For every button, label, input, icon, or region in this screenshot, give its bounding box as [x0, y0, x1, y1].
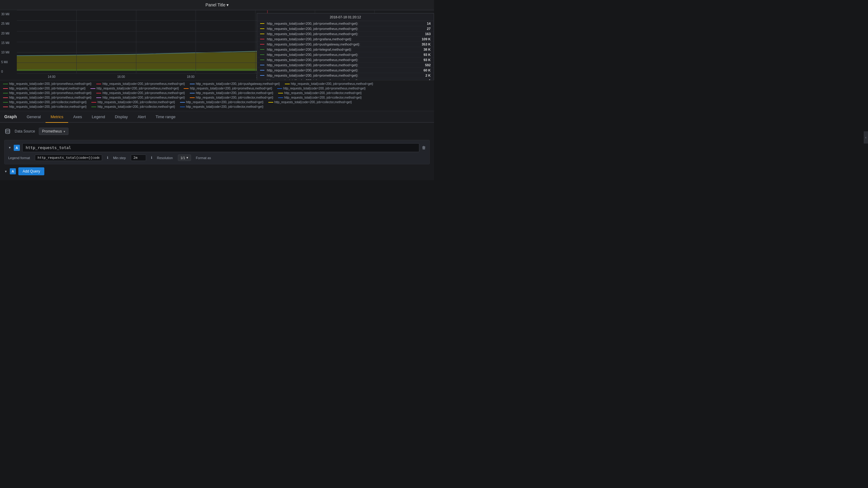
delete-query-icon[interactable]: 🗑	[422, 145, 426, 150]
tooltip-row: http_requests_total{code=200, job=promet…	[257, 31, 434, 37]
legend-item: http_requests_total{code=200, job=promet…	[3, 91, 91, 95]
y-label-25mil: 25 Mil	[1, 22, 15, 25]
query-letter: A	[14, 145, 20, 151]
legend-item: http_requests_total{code=200, job=collec…	[180, 100, 264, 104]
legend-item: http_requests_total{code=200, job=collec…	[268, 100, 352, 104]
panel-title: Panel Title	[206, 2, 225, 7]
x-label-1400: 14:00	[48, 75, 55, 78]
tooltip-row: http_requests_total{code=200, job=telegr…	[257, 47, 434, 52]
legend-item: http_requests_total{code=200, job=collec…	[3, 100, 87, 104]
y-label-10mil: 10 Mil	[1, 51, 15, 54]
tooltip-row: http_requests_total{code=200, job=grafan…	[257, 37, 434, 42]
legend-format-input[interactable]	[35, 155, 102, 161]
chart-tooltip: 2018-07-18 01:20:12 http_requests_total{…	[257, 13, 434, 80]
datasource-row: Data Source Prometheus ▾	[4, 128, 430, 135]
legend-format-info-icon[interactable]: ℹ	[107, 156, 108, 160]
query-options: Legend format ℹ Min step ℹ Resolution 1/…	[8, 155, 426, 161]
legend-item: http_requests_total{code=200, job=promet…	[277, 87, 366, 90]
tooltip-row: http_requests_total{code=200, job=promet…	[257, 73, 434, 78]
chart-container: 30 Mil 25 Mil 20 Mil 15 Mil 10 Mil 5 Mil…	[0, 10, 434, 80]
legend-item: http_requests_total{code=200, job=pushga…	[190, 82, 280, 86]
legend-item: http_requests_total{code=200, job=promet…	[3, 96, 91, 99]
datasource-value: Prometheus	[42, 129, 62, 133]
legend-item: http_requests_total{code=200, job=collec…	[3, 105, 87, 108]
x-label-1600: 16:00	[117, 75, 125, 78]
tooltip-row: http_requests_total{code=200, job=pushga…	[257, 42, 434, 47]
y-label-15mil: 15 Mil	[1, 41, 15, 44]
tooltip-row: http_requests_total{code=200, job=promet…	[257, 52, 434, 57]
tooltip-rows-container: http_requests_total{code=200, job=promet…	[257, 21, 434, 80]
resolution-value: 1/1	[181, 156, 185, 160]
tab-time-range[interactable]: Time range	[151, 111, 180, 123]
editor-body: Data Source Prometheus ▾ ▼ A 🗑 Legend fo…	[0, 123, 434, 180]
datasource-dropdown-arrow: ▾	[64, 130, 65, 133]
datasource-label: Data Source	[15, 129, 35, 133]
tab-general[interactable]: General	[22, 111, 45, 123]
legend-item: http_requests_total{code=200, job=collec…	[190, 96, 273, 99]
legend-item: http_requests_total{code=200, job=promet…	[96, 91, 185, 95]
tooltip-row: http_requests_total{code=200, job=promet…	[257, 21, 434, 26]
legend-item: http_requests_total{code=200, job=collec…	[91, 105, 175, 108]
legend-item: http_requests_total{code=200, job=promet…	[96, 82, 185, 86]
add-query-toggle[interactable]: ▼	[4, 170, 7, 173]
graph-label: Graph	[3, 111, 22, 122]
legend-area: http_requests_total{code=200, job=promet…	[0, 80, 434, 111]
legend-item: http_requests_total{code=200, job=promet…	[96, 96, 185, 99]
tab-metrics[interactable]: Metrics	[45, 111, 68, 123]
tooltip-row: http_requests_total{code=200, job=promet…	[257, 57, 434, 63]
tooltip-header: 2018-07-18 01:20:12	[257, 13, 434, 21]
legend-item: http_requests_total{code=200, job=collec…	[278, 96, 362, 99]
resolution-dropdown-arrow: ▾	[186, 156, 188, 160]
legend-item: http_requests_total{code=200, job=promet…	[184, 87, 272, 90]
legend-item: http_requests_total{code=200, job=promet…	[3, 82, 91, 86]
panel-title-bar: Panel Title ▾	[0, 0, 434, 10]
editor-tabs: Graph General Metrics Axes Legend Displa…	[0, 111, 434, 123]
add-query-letter: A	[10, 168, 16, 174]
tooltip-row: http_requests_total{code=200, job=promet…	[257, 26, 434, 31]
svg-point-5	[5, 129, 10, 131]
legend-format-label: Legend format	[8, 156, 30, 160]
tooltip-row: http_requests_total{code=200, job=promet…	[257, 68, 434, 73]
database-icon	[4, 128, 11, 135]
datasource-select[interactable]: Prometheus ▾	[39, 128, 69, 135]
y-label-5mil: 5 Mil	[1, 61, 15, 64]
tooltip-time: 2018-07-18 01:20:12	[330, 15, 361, 19]
format-as-label: Format as	[196, 156, 211, 160]
legend-item: http_requests_total{code=200, job=collec…	[190, 91, 273, 95]
legend-item: http_requests_total{code=200, job=telegr…	[3, 87, 86, 90]
y-label-0: 0	[1, 70, 15, 73]
y-label-20mil: 20 Mil	[1, 32, 15, 35]
query-row: ▼ A 🗑 Legend format ℹ Min step ℹ Resolut…	[4, 140, 430, 164]
add-query-button[interactable]: Add Query	[18, 167, 44, 175]
legend-item: http_requests_total{code=200, job=collec…	[278, 91, 362, 95]
tab-alert[interactable]: Alert	[133, 111, 151, 123]
tooltip-row: http_requests_total{code=200, job=promet…	[257, 63, 434, 68]
panel-title-dropdown-icon[interactable]: ▾	[226, 2, 228, 7]
min-step-label: Min step	[113, 156, 126, 160]
resolution-label: Resolution	[157, 156, 173, 160]
min-step-input[interactable]	[131, 155, 146, 161]
resolution-select[interactable]: 1/1 ▾	[178, 155, 191, 161]
legend-item: http_requests_total{code=200, job=promet…	[90, 87, 179, 90]
y-label-30mil: 30 Mil	[1, 12, 15, 16]
x-label-1800: 18:00	[187, 75, 194, 78]
legend-item: http_requests_total{code=200, job=collec…	[180, 105, 264, 108]
query-toggle[interactable]: ▼	[8, 146, 11, 149]
query-expression-input[interactable]	[22, 143, 419, 152]
tooltip-row: http_requests_total{code=200, job=promet…	[257, 78, 434, 80]
min-step-info-icon[interactable]: ℹ	[151, 156, 152, 160]
tab-display[interactable]: Display	[110, 111, 133, 123]
legend-item: http_requests_total{code=200, job=promet…	[285, 82, 373, 86]
add-query-section: ▼ A Add Query	[4, 167, 430, 175]
tab-legend[interactable]: Legend	[87, 111, 110, 123]
chart-y-labels: 30 Mil 25 Mil 20 Mil 15 Mil 10 Mil 5 Mil…	[0, 10, 17, 80]
tab-axes[interactable]: Axes	[68, 111, 87, 123]
legend-item: http_requests_total{code=200, job=collec…	[91, 100, 175, 104]
